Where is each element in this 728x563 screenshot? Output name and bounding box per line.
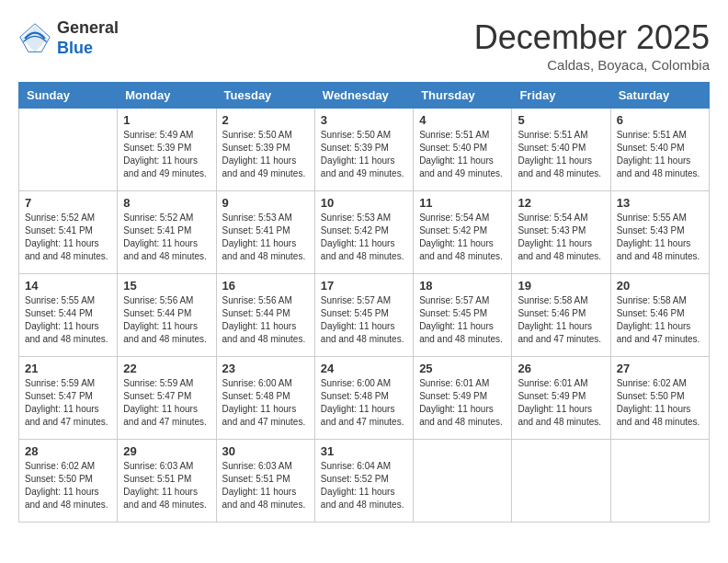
logo: General Blue <box>18 18 119 58</box>
day-number: 4 <box>419 113 506 127</box>
day-number: 18 <box>419 279 506 293</box>
title-area: December 2025 Caldas, Boyaca, Colombia <box>474 18 710 73</box>
day-detail: Sunrise: 5:57 AMSunset: 5:45 PMDaylight:… <box>321 294 407 346</box>
logo-text: General Blue <box>57 18 119 58</box>
calendar-cell: 2Sunrise: 5:50 AMSunset: 5:39 PMDaylight… <box>216 109 314 191</box>
day-detail: Sunrise: 5:49 AMSunset: 5:39 PMDaylight:… <box>123 129 210 180</box>
calendar-cell: 14Sunrise: 5:55 AMSunset: 5:44 PMDayligh… <box>19 274 118 357</box>
calendar-cell <box>610 440 709 523</box>
month-title: December 2025 <box>474 18 710 57</box>
day-number: 23 <box>222 362 309 375</box>
logo-blue: Blue <box>57 39 93 57</box>
day-number: 28 <box>25 444 111 458</box>
col-header-thursday: Thursday <box>414 83 512 109</box>
calendar-cell: 16Sunrise: 5:56 AMSunset: 5:44 PMDayligh… <box>216 274 314 357</box>
day-number: 27 <box>617 362 703 375</box>
calendar-week-row: 7Sunrise: 5:52 AMSunset: 5:41 PMDaylight… <box>19 191 710 274</box>
calendar-cell: 27Sunrise: 6:02 AMSunset: 5:50 PMDayligh… <box>610 357 709 440</box>
calendar-cell: 17Sunrise: 5:57 AMSunset: 5:45 PMDayligh… <box>314 274 413 357</box>
day-number: 31 <box>321 444 407 458</box>
day-detail: Sunrise: 5:51 AMSunset: 5:40 PMDaylight:… <box>419 129 506 180</box>
day-number: 6 <box>617 113 703 127</box>
calendar-header-row: SundayMondayTuesdayWednesdayThursdayFrid… <box>19 83 710 109</box>
day-detail: Sunrise: 5:50 AMSunset: 5:39 PMDaylight:… <box>321 129 407 180</box>
col-header-wednesday: Wednesday <box>314 83 413 109</box>
day-number: 10 <box>321 196 407 210</box>
day-detail: Sunrise: 6:04 AMSunset: 5:52 PMDaylight:… <box>321 460 407 511</box>
day-detail: Sunrise: 6:01 AMSunset: 5:49 PMDaylight:… <box>518 377 604 429</box>
day-number: 7 <box>25 196 111 210</box>
col-header-sunday: Sunday <box>19 83 118 109</box>
calendar-cell: 12Sunrise: 5:54 AMSunset: 5:43 PMDayligh… <box>512 191 610 274</box>
calendar-cell: 19Sunrise: 5:58 AMSunset: 5:46 PMDayligh… <box>512 274 610 357</box>
calendar-cell: 4Sunrise: 5:51 AMSunset: 5:40 PMDaylight… <box>414 109 512 191</box>
day-number: 25 <box>419 362 506 375</box>
day-detail: Sunrise: 5:59 AMSunset: 5:47 PMDaylight:… <box>123 377 210 429</box>
day-number: 19 <box>518 279 604 293</box>
calendar-cell: 31Sunrise: 6:04 AMSunset: 5:52 PMDayligh… <box>314 440 413 523</box>
logo-general: General <box>57 18 119 37</box>
calendar-week-row: 14Sunrise: 5:55 AMSunset: 5:44 PMDayligh… <box>19 274 710 357</box>
day-number: 2 <box>222 113 309 127</box>
calendar-cell: 7Sunrise: 5:52 AMSunset: 5:41 PMDaylight… <box>19 191 118 274</box>
logo-icon <box>18 22 51 55</box>
day-number: 26 <box>518 362 604 375</box>
day-number: 8 <box>123 196 210 210</box>
calendar-cell: 22Sunrise: 5:59 AMSunset: 5:47 PMDayligh… <box>118 357 216 440</box>
calendar-cell: 9Sunrise: 5:53 AMSunset: 5:41 PMDaylight… <box>216 191 314 274</box>
calendar-cell: 25Sunrise: 6:01 AMSunset: 5:49 PMDayligh… <box>414 357 512 440</box>
day-detail: Sunrise: 5:58 AMSunset: 5:46 PMDaylight:… <box>617 294 703 346</box>
calendar-cell: 10Sunrise: 5:53 AMSunset: 5:42 PMDayligh… <box>314 191 413 274</box>
calendar-cell: 20Sunrise: 5:58 AMSunset: 5:46 PMDayligh… <box>610 274 709 357</box>
day-number: 13 <box>617 196 703 210</box>
calendar-cell: 15Sunrise: 5:56 AMSunset: 5:44 PMDayligh… <box>118 274 216 357</box>
day-number: 17 <box>321 279 407 293</box>
calendar-cell: 30Sunrise: 6:03 AMSunset: 5:51 PMDayligh… <box>216 440 314 523</box>
calendar-cell: 23Sunrise: 6:00 AMSunset: 5:48 PMDayligh… <box>216 357 314 440</box>
day-number: 9 <box>222 196 309 210</box>
calendar-cell: 28Sunrise: 6:02 AMSunset: 5:50 PMDayligh… <box>19 440 118 523</box>
calendar-cell: 6Sunrise: 5:51 AMSunset: 5:40 PMDaylight… <box>610 109 709 191</box>
calendar-cell: 3Sunrise: 5:50 AMSunset: 5:39 PMDaylight… <box>314 109 413 191</box>
day-detail: Sunrise: 6:03 AMSunset: 5:51 PMDaylight:… <box>222 460 309 511</box>
day-number: 1 <box>123 113 210 127</box>
calendar-week-row: 28Sunrise: 6:02 AMSunset: 5:50 PMDayligh… <box>19 440 710 523</box>
day-detail: Sunrise: 5:53 AMSunset: 5:41 PMDaylight:… <box>222 212 309 263</box>
calendar-cell: 21Sunrise: 5:59 AMSunset: 5:47 PMDayligh… <box>19 357 118 440</box>
calendar-cell <box>512 440 610 523</box>
calendar-cell: 18Sunrise: 5:57 AMSunset: 5:45 PMDayligh… <box>414 274 512 357</box>
calendar-week-row: 1Sunrise: 5:49 AMSunset: 5:39 PMDaylight… <box>19 109 710 191</box>
day-number: 5 <box>518 113 604 127</box>
day-number: 24 <box>321 362 407 375</box>
day-number: 20 <box>617 279 703 293</box>
col-header-friday: Friday <box>512 83 610 109</box>
day-detail: Sunrise: 6:00 AMSunset: 5:48 PMDaylight:… <box>321 377 407 429</box>
page-header: General Blue December 2025 Caldas, Boyac… <box>18 18 710 73</box>
day-detail: Sunrise: 5:52 AMSunset: 5:41 PMDaylight:… <box>123 212 210 263</box>
day-detail: Sunrise: 6:02 AMSunset: 5:50 PMDaylight:… <box>617 377 703 429</box>
day-detail: Sunrise: 5:55 AMSunset: 5:44 PMDaylight:… <box>25 294 111 346</box>
calendar-cell: 13Sunrise: 5:55 AMSunset: 5:43 PMDayligh… <box>610 191 709 274</box>
day-detail: Sunrise: 5:56 AMSunset: 5:44 PMDaylight:… <box>123 294 210 346</box>
day-number: 16 <box>222 279 309 293</box>
day-number: 22 <box>123 362 210 375</box>
day-number: 30 <box>222 444 309 458</box>
day-detail: Sunrise: 5:51 AMSunset: 5:40 PMDaylight:… <box>518 129 604 180</box>
day-detail: Sunrise: 5:56 AMSunset: 5:44 PMDaylight:… <box>222 294 309 346</box>
day-detail: Sunrise: 6:02 AMSunset: 5:50 PMDaylight:… <box>25 460 111 511</box>
day-detail: Sunrise: 5:50 AMSunset: 5:39 PMDaylight:… <box>222 129 309 180</box>
calendar-cell: 5Sunrise: 5:51 AMSunset: 5:40 PMDaylight… <box>512 109 610 191</box>
day-detail: Sunrise: 5:58 AMSunset: 5:46 PMDaylight:… <box>518 294 604 346</box>
calendar-week-row: 21Sunrise: 5:59 AMSunset: 5:47 PMDayligh… <box>19 357 710 440</box>
col-header-saturday: Saturday <box>610 83 709 109</box>
calendar-cell: 8Sunrise: 5:52 AMSunset: 5:41 PMDaylight… <box>118 191 216 274</box>
col-header-monday: Monday <box>118 83 216 109</box>
day-detail: Sunrise: 5:55 AMSunset: 5:43 PMDaylight:… <box>617 212 703 263</box>
day-number: 3 <box>321 113 407 127</box>
day-detail: Sunrise: 5:51 AMSunset: 5:40 PMDaylight:… <box>617 129 703 180</box>
calendar: SundayMondayTuesdayWednesdayThursdayFrid… <box>18 82 710 523</box>
day-number: 14 <box>25 279 111 293</box>
day-number: 21 <box>25 362 111 375</box>
day-detail: Sunrise: 6:00 AMSunset: 5:48 PMDaylight:… <box>222 377 309 429</box>
day-number: 12 <box>518 196 604 210</box>
